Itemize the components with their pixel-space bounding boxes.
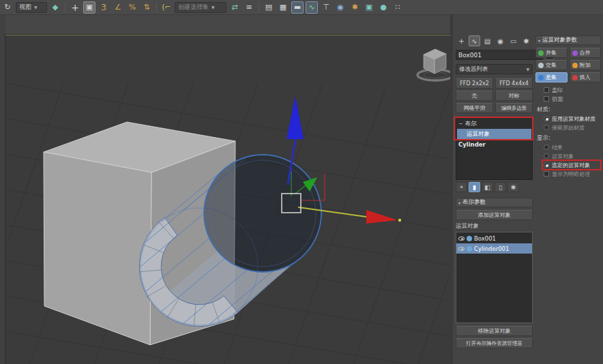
tab-hierarchy[interactable]: ▤ [482,35,493,46]
display-result-label: 结果 [552,144,563,151]
layer-manager-icon[interactable]: ▤ [263,1,275,14]
ribbon-toggle-icon[interactable]: ▬ [291,1,304,14]
render-setup-icon[interactable]: ✱ [349,1,361,14]
align-icon[interactable]: ≡ [243,1,255,14]
display-selected-operands-radio-row[interactable]: 选定的运算对象 [544,161,601,169]
display-result-radio[interactable] [544,145,549,150]
snap-toggle-3d-icon[interactable]: 3 [98,1,110,14]
modifier-list-dropdown[interactable]: 修改器列表 ▼ [456,64,533,74]
named-selection-set-placeholder: 创建选择集 [178,3,209,12]
tab-display[interactable]: ▭ [508,35,519,46]
select-and-rotate-icon[interactable]: ↻ [1,1,14,14]
cookie-label: 切面 [552,95,563,103]
union-icon [538,50,544,56]
schematic-view-icon[interactable]: ⊤ [320,1,332,14]
stack-row-label: 布尔 [465,120,477,128]
modifier-button-ffd4x4x4[interactable]: FFD 4x4x4 [495,78,533,89]
modifier-button-meshsmooth[interactable]: 网格平滑 [456,103,493,113]
rollout-marker-icon: ▾ [458,200,460,205]
operand-row-cylinder001[interactable]: Cylinder001 [456,243,532,254]
expander-icon[interactable]: − [458,121,463,127]
subtract-label: 差集 [546,74,557,81]
display-as-shaded-checkbox-row[interactable]: 显示为明暗处理 [544,170,601,178]
reference-coordinate-dropdown[interactable]: 视图 ▼ [16,2,47,13]
subtract-button[interactable]: 差集 [535,72,568,82]
named-selection-set-dropdown[interactable]: 创建选择集 ▼ [175,2,226,13]
tab-motion[interactable]: ◉ [495,35,506,46]
stack-row-boolean[interactable]: − 布尔 [456,119,532,129]
keyboard-override-icon[interactable]: (⌐ [160,1,173,14]
open-boolean-explorer-button[interactable]: 打开布尔操作资源管理器 [456,338,533,348]
object-sphere-icon [467,246,472,252]
select-and-manipulate-icon[interactable]: ▣ [83,1,95,14]
stack-row-label: Cylinder [458,141,486,148]
angle-snap-icon[interactable]: ∠ [112,1,124,14]
display-group-label: 显示: [537,134,601,142]
percent-snap-icon[interactable]: % [126,1,138,14]
remove-modifier-icon[interactable]: ▯ [495,182,506,192]
tab-modify[interactable]: ∿ [469,35,480,46]
merge-button[interactable]: 合并 [570,48,602,58]
stack-row-label: 运算对象 [467,130,490,138]
add-operands-button[interactable]: 添加运算对象 [456,210,533,220]
spinner-snap-icon[interactable]: ⇅ [141,1,153,14]
visibility-eye-icon[interactable] [458,247,465,251]
viewcube[interactable] [417,49,450,80]
attach-button[interactable]: 附加 [570,60,602,70]
mirror-icon[interactable]: ⇄ [229,1,241,14]
display-selected-operands-radio[interactable] [544,162,549,168]
display-result-radio-row[interactable]: 结果 [544,143,601,151]
cookie-checkbox[interactable] [544,96,549,102]
command-panel-right-column: ▾ 运算对象参数 并集 合并 交集 [535,35,601,350]
chevron-down-icon: ▼ [34,5,38,10]
apply-operand-material-radio[interactable] [544,116,549,121]
apply-operand-material-radio-row[interactable]: 应用运算对象材质 [544,115,601,123]
display-as-shaded-label: 显示为明暗处理 [552,170,590,178]
curve-editor-icon[interactable]: ∿ [306,1,318,14]
select-and-move-icon[interactable]: + [69,1,81,14]
material-editor-icon[interactable]: ◉ [334,1,347,14]
render-production-icon[interactable]: ● [377,1,389,14]
chevron-down-icon: ▼ [211,5,215,10]
z-axis-arrow[interactable] [286,96,304,139]
modifier-button-symmetry[interactable]: 对称 [495,91,533,101]
toolbar-separator [65,2,65,13]
intersect-button[interactable]: 交集 [535,60,568,70]
union-button[interactable]: 并集 [535,48,568,58]
retain-original-material-radio[interactable] [544,125,549,130]
display-operands-radio[interactable] [544,153,549,159]
pin-stack-icon[interactable]: ⌖ [456,182,467,192]
rollout-boolean-params[interactable]: ▾ 布尔参数 [456,198,533,207]
reference-coordinate-value: 视图 [19,3,31,12]
configure-modifier-sets-icon[interactable]: ✱ [508,182,519,192]
chevron-down-icon: ▼ [526,67,529,72]
viewport-layout-icon[interactable]: ∷ [392,1,404,14]
tab-create[interactable]: + [456,35,467,46]
display-operands-radio-row[interactable]: 运算对象 [544,152,601,160]
retain-original-material-radio-row[interactable]: 保留原始材质 [544,123,601,132]
operand-row-box001[interactable]: Box001 [456,233,532,243]
cookie-checkbox-row[interactable]: 切面 [544,95,601,103]
show-end-result-icon[interactable]: ▮ [469,182,480,192]
insert-button[interactable]: 插入 [570,72,602,82]
rollout-operand-params[interactable]: ▾ 运算对象参数 [535,35,601,45]
modifier-button-shell[interactable]: 壳 [456,91,493,101]
visibility-eye-icon[interactable] [458,237,465,241]
perspective-viewport[interactable] [5,35,450,364]
object-name-field[interactable] [456,50,543,60]
rendered-frame-window-icon[interactable]: ▣ [363,1,375,14]
modifier-button-ffd2x2x2[interactable]: FFD 2x2x2 [456,78,493,89]
make-unique-icon[interactable]: ◧ [482,182,493,192]
imprint-checkbox[interactable] [544,87,549,93]
display-as-shaded-checkbox[interactable] [544,171,549,177]
imprint-checkbox-row[interactable]: 盖印 [544,86,601,94]
x-axis-arrow[interactable] [366,210,398,224]
window-edge [0,15,5,364]
use-center-icon[interactable]: ◆ [49,1,61,14]
tab-utilities[interactable]: ✱ [520,35,532,46]
stack-row-operands[interactable]: 运算对象 [457,129,531,139]
modifier-button-editpoly[interactable]: 编辑多边形 [495,103,533,113]
stack-row-cylinder[interactable]: Cylinder [456,139,532,149]
remove-operand-button[interactable]: 移除运算对象 [456,326,533,336]
scene-explorer-icon[interactable]: ▦ [277,1,289,14]
